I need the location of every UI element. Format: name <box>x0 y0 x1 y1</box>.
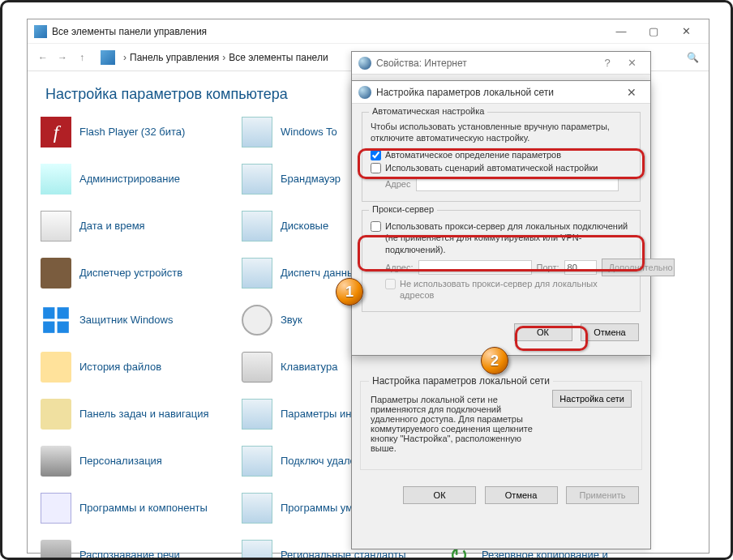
lan-section-desc: Параметры локальной сети не применяются … <box>371 395 544 453</box>
lan-ok-button[interactable]: ОК <box>514 323 572 341</box>
cp-item-speech[interactable]: Распознавание речи <box>41 537 242 560</box>
proxy-address-input <box>418 260 532 275</box>
cp-item-admin[interactable]: Администрирование <box>41 161 242 197</box>
close-button[interactable]: ✕ <box>670 23 702 41</box>
minimize-button[interactable]: — <box>605 23 637 41</box>
script-address-input <box>416 177 619 191</box>
firewall-icon <box>242 164 272 195</box>
auto-config-label: Автоматическая настройка <box>369 106 487 116</box>
cp-item-taskbar[interactable]: Панель задач и навигация <box>41 396 242 432</box>
auto-config-text: Чтобы использовать установленные вручную… <box>371 121 632 144</box>
cp-titlebar: Все элементы панели управления — ▢ ✕ <box>28 19 709 44</box>
cp-item-flash[interactable]: fFlash Player (32 бита) <box>41 114 242 150</box>
ip-cancel-button[interactable]: Отмена <box>485 486 558 504</box>
taskbar-icon <box>41 399 71 430</box>
svg-rect-3 <box>58 322 69 333</box>
script-addr-label: Адрес <box>385 179 411 189</box>
proxy-addr-label: Адрес: <box>385 263 414 272</box>
cp-item-date[interactable]: Дата и время <box>41 208 242 244</box>
personalization-icon <box>41 446 71 477</box>
use-proxy-label: Использовать прокси-сервер для локальных… <box>385 220 632 255</box>
use-proxy-row[interactable]: Использовать прокси-сервер для локальных… <box>371 220 632 255</box>
ip-title: Свойства: Интернет <box>376 58 595 69</box>
sound-icon <box>242 305 272 336</box>
flash-icon: f <box>41 117 71 147</box>
cp-item-filehist[interactable]: История файлов <box>41 349 242 385</box>
ip-ok-button[interactable]: ОК <box>403 486 476 504</box>
proxy-address-row: Адрес: Порт: Дополнительно <box>385 259 632 276</box>
proxy-label: Прокси-сервер <box>369 204 437 214</box>
ip-help-button[interactable]: ? <box>595 57 619 69</box>
lan-settings-dialog: Настройка параметров локальной сети ✕ Ав… <box>351 80 651 356</box>
proxy-port-label: Порт: <box>537 263 559 272</box>
use-proxy-checkbox[interactable] <box>371 221 381 232</box>
svg-rect-0 <box>43 307 54 318</box>
region-icon <box>242 540 272 560</box>
svg-rect-2 <box>43 322 54 333</box>
marker-2: 2 <box>481 347 508 374</box>
cp-item-defender[interactable]: Защитник Windows <box>41 302 242 338</box>
lan-close-button[interactable]: ✕ <box>619 86 644 99</box>
date-time-icon <box>41 211 71 242</box>
svg-rect-1 <box>58 307 69 318</box>
bypass-local-row: Не использовать прокси-сервер для локаль… <box>385 278 632 301</box>
breadcrumb-current[interactable]: Все элементы панели <box>229 52 328 63</box>
bypass-local-checkbox <box>385 279 396 289</box>
programs-icon <box>41 493 71 524</box>
control-panel-icon <box>34 25 47 38</box>
bypass-local-label: Не использовать прокси-сервер для локаль… <box>400 278 632 301</box>
admin-tools-icon <box>41 164 71 195</box>
default-programs-icon <box>242 493 272 524</box>
marker-1: 1 <box>336 278 363 306</box>
auto-detect-row[interactable]: Автоматическое определение параметров <box>371 149 632 160</box>
use-script-checkbox[interactable] <box>371 163 381 173</box>
cp-item-devmgr[interactable]: Диспетчер устройств <box>41 255 242 291</box>
ip-buttons: ОК Отмена Применить <box>352 477 650 514</box>
search-icon[interactable]: 🔍 <box>683 49 702 66</box>
cp-item-programs[interactable]: Программы и компоненты <box>41 490 242 526</box>
windows-to-go-icon <box>242 117 272 147</box>
lan-title: Настройка параметров локальной сети <box>376 87 619 98</box>
script-address-row: Адрес <box>385 177 632 191</box>
ip-titlebar: Свойства: Интернет ? ✕ <box>352 52 650 75</box>
ip-apply-button[interactable]: Применить <box>566 486 639 504</box>
device-manager-icon <box>41 258 71 289</box>
internet-icon <box>358 57 371 70</box>
lan-section-label: Настройка параметров локальной сети <box>369 375 553 387</box>
nav-back-icon[interactable]: ← <box>34 49 52 66</box>
speech-icon <box>41 540 71 560</box>
indexing-icon <box>242 399 272 430</box>
use-script-label: Использовать сценарий автоматической нас… <box>385 162 598 173</box>
credential-manager-icon <box>242 258 272 289</box>
lan-cancel-button[interactable]: Отмена <box>581 323 639 341</box>
use-script-row[interactable]: Использовать сценарий автоматической нас… <box>371 162 632 173</box>
internet-icon <box>358 86 371 99</box>
lan-titlebar: Настройка параметров локальной сети ✕ <box>352 81 650 104</box>
path-icon <box>101 50 115 65</box>
proxy-advanced-button: Дополнительно <box>602 259 675 276</box>
nav-up-icon[interactable]: ↑ <box>73 49 91 66</box>
defender-icon <box>41 305 71 336</box>
cp-item-pers[interactable]: Персонализация <box>41 443 242 479</box>
cp-title: Все элементы панели управления <box>52 26 605 37</box>
lan-section: Настройка параметров локальной сети Пара… <box>360 381 642 470</box>
remoteapp-icon <box>242 446 272 477</box>
keyboard-icon <box>242 352 272 383</box>
proxy-port-input <box>564 260 597 275</box>
auto-detect-checkbox[interactable] <box>371 150 381 160</box>
maximize-button[interactable]: ▢ <box>637 23 670 41</box>
storage-spaces-icon <box>242 211 272 242</box>
auto-detect-label: Автоматическое определение параметров <box>385 149 561 160</box>
ip-close-button[interactable]: ✕ <box>619 57 644 69</box>
lan-buttons: ОК Отмена <box>352 317 650 349</box>
breadcrumb-root[interactable]: Панель управления <box>130 52 219 63</box>
file-history-icon <box>41 352 71 383</box>
lan-settings-button[interactable]: Настройка сети <box>552 390 632 408</box>
auto-config-group: Автоматическая настройка Чтобы использов… <box>362 112 641 202</box>
nav-forward-icon[interactable]: → <box>54 49 71 66</box>
proxy-group: Прокси-сервер Использовать прокси-сервер… <box>362 210 641 311</box>
